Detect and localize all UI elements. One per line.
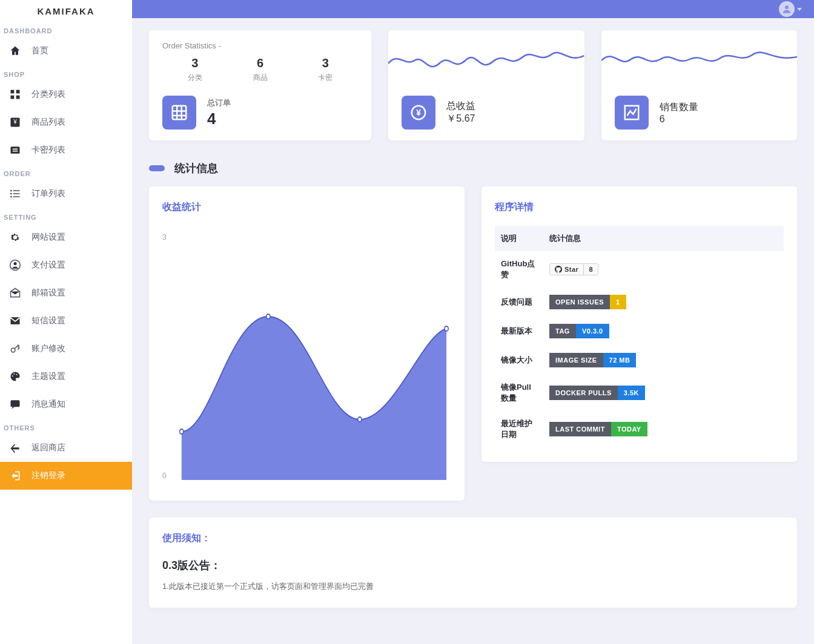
- table-row: GitHub点赞Star8: [495, 251, 784, 288]
- svg-point-14: [10, 193, 12, 195]
- sidebar-item-label: 支付设置: [31, 260, 65, 271]
- tag-badge[interactable]: TAGV0.3.0: [549, 324, 609, 338]
- sidebar-section-title: DASHBOARD: [0, 21, 132, 37]
- sidebar-section-title: SETTING: [0, 208, 132, 223]
- revenue-label: 总收益: [446, 100, 475, 113]
- order-stats-title: Order Statistics -: [162, 41, 358, 50]
- grid-icon: [8, 88, 22, 101]
- svg-rect-1: [11, 90, 15, 94]
- home-icon: [8, 44, 22, 58]
- svg-point-15: [10, 196, 12, 198]
- sidebar-item-label: 订单列表: [31, 188, 65, 199]
- svg-point-21: [13, 373, 15, 375]
- svg-text:¥: ¥: [13, 119, 17, 125]
- notice-line: 1.此版本已接近第一个正式版，访客页面和管理界面均已完善: [162, 580, 784, 593]
- svg-point-0: [785, 5, 789, 9]
- svg-rect-3: [11, 96, 15, 99]
- sidebar-item-label: 消息通知: [31, 399, 65, 410]
- program-info-card: 程序详情 说明统计信息 GitHub点赞Star8 反馈问题OPEN ISSUE…: [481, 186, 797, 462]
- sidebar-item-label: 网站设置: [31, 232, 65, 243]
- sales-value: 6: [660, 114, 698, 125]
- sidebar-item-back[interactable]: 返回商店: [0, 434, 132, 462]
- commit-badge[interactable]: LAST COMMITTODAY: [549, 422, 647, 436]
- sidebar-item-list[interactable]: 订单列表: [0, 180, 132, 208]
- sidebar-section-title: OTHERS: [0, 418, 132, 434]
- revenue-chart: 3 0: [162, 226, 451, 486]
- avatar: [779, 1, 795, 17]
- sidebar-item-chat[interactable]: 消息通知: [0, 390, 132, 418]
- sales-icon: [615, 96, 649, 130]
- issues-badge[interactable]: OPEN ISSUES1: [549, 295, 626, 309]
- sidebar-item-logout[interactable]: 注销登录: [0, 462, 132, 490]
- stat-categories-num: 3: [188, 56, 202, 70]
- table-row: 镜像大小IMAGE SIZE72 MB: [495, 346, 784, 375]
- table-row: 镜像Pull数量DOCKER PULLS3.5K: [495, 375, 784, 411]
- sidebar-item-label: 卡密列表: [31, 145, 65, 156]
- sidebar-item-label: 主题设置: [31, 371, 65, 382]
- sidebar-item-mail[interactable]: 短信设置: [0, 307, 132, 335]
- sales-card: 销售数量 6: [601, 30, 797, 140]
- github-star-badge[interactable]: Star8: [549, 263, 598, 275]
- th-stat: 统计信息: [543, 226, 784, 251]
- sidebar-item-grid[interactable]: 分类列表: [0, 80, 132, 108]
- sidebar-item-palette[interactable]: 主题设置: [0, 363, 132, 390]
- chevron-down-icon: [797, 8, 802, 11]
- sidebar-item-label: 邮箱设置: [31, 288, 65, 298]
- total-orders-value: 4: [207, 110, 231, 128]
- svg-point-22: [16, 374, 18, 375]
- topbar: [132, 0, 814, 18]
- notice-card: 使用须知： 0.3版公告： 1.此版本已接近第一个正式版，访客页面和管理界面均已…: [149, 518, 797, 608]
- sidebar-item-label: 短信设置: [31, 315, 65, 326]
- svg-rect-24: [173, 106, 187, 120]
- table-row: 最近维护日期LAST COMMITTODAY: [495, 411, 784, 447]
- sidebar-item-key[interactable]: 账户修改: [0, 335, 132, 363]
- key-icon: [8, 342, 22, 355]
- svg-text:¥: ¥: [417, 108, 422, 117]
- svg-rect-7: [11, 146, 20, 154]
- y-tick-0: 0: [162, 472, 167, 480]
- sidebar-item-label: 注销登录: [31, 470, 65, 481]
- sidebar-item-yen-box[interactable]: ¥商品列表: [0, 108, 132, 136]
- list-box-icon: [8, 143, 22, 157]
- sidebar-item-label: 商品列表: [31, 117, 65, 128]
- sidebar-item-list-box[interactable]: 卡密列表: [0, 136, 132, 164]
- table-row: 反馈问题OPEN ISSUES1: [495, 288, 784, 317]
- brand-title: KAMIFAKA: [0, 0, 132, 21]
- sidebar-item-user-circle[interactable]: 支付设置: [0, 251, 132, 279]
- stat-keys-num: 3: [318, 56, 333, 70]
- pulls-badge[interactable]: DOCKER PULLS3.5K: [549, 386, 645, 400]
- sidebar-item-label: 分类列表: [31, 89, 65, 100]
- y-tick-3: 3: [162, 233, 167, 242]
- palette-icon: [8, 370, 22, 383]
- table-row: 最新版本TAGV0.3.0: [495, 317, 784, 346]
- revenue-card: ¥ 总收益 ￥5.67: [388, 30, 584, 140]
- revenue-chart-card: 收益统计 3 0: [149, 186, 465, 501]
- yen-box-icon: ¥: [8, 116, 22, 129]
- sidebar: KAMIFAKA DASHBOARD首页SHOP分类列表¥商品列表卡密列表ORD…: [0, 0, 132, 626]
- th-desc: 说明: [495, 226, 543, 251]
- svg-rect-23: [11, 400, 20, 407]
- sidebar-section-title: ORDER: [0, 164, 132, 180]
- svg-point-20: [12, 375, 13, 376]
- user-circle-icon: [8, 258, 22, 272]
- orders-icon: [162, 96, 196, 130]
- stat-keys-lbl: 卡密: [318, 73, 333, 83]
- program-info-table: 说明统计信息 GitHub点赞Star8 反馈问题OPEN ISSUES1 最新…: [495, 226, 784, 447]
- sidebar-item-label: 账户修改: [31, 343, 65, 354]
- revenue-icon: ¥: [402, 96, 435, 130]
- sidebar-item-gear[interactable]: 网站设置: [0, 223, 132, 251]
- image-size-badge[interactable]: IMAGE SIZE72 MB: [549, 353, 636, 367]
- revenue-value: ￥5.67: [446, 113, 475, 125]
- user-menu[interactable]: [779, 1, 802, 17]
- stat-categories-lbl: 分类: [188, 73, 202, 83]
- svg-point-34: [358, 417, 362, 422]
- sidebar-item-home[interactable]: 首页: [0, 37, 132, 65]
- sales-label: 销售数量: [660, 101, 698, 114]
- stat-products-num: 6: [253, 56, 268, 70]
- sidebar-item-mail-open[interactable]: 邮箱设置: [0, 279, 132, 307]
- section-pill: [149, 165, 165, 171]
- sidebar-section-title: SHOP: [0, 65, 132, 80]
- sidebar-item-label: 返回商店: [31, 442, 65, 453]
- logout-icon: [8, 469, 22, 482]
- svg-point-32: [180, 429, 184, 434]
